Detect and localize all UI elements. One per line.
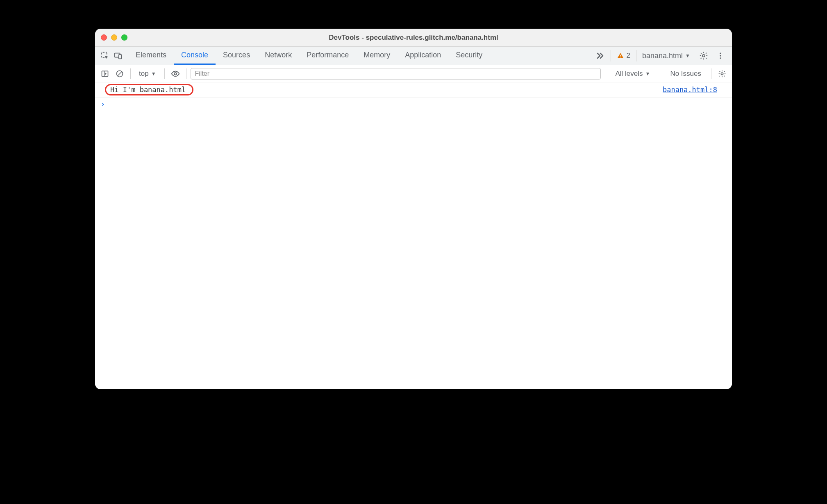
device-toolbar-icon[interactable] <box>111 49 125 62</box>
svg-line-13 <box>118 72 122 76</box>
tab-elements[interactable]: Elements <box>128 47 174 65</box>
separator <box>636 50 636 61</box>
tab-label: Elements <box>136 51 166 59</box>
warnings-badge[interactable]: 2 <box>612 52 635 60</box>
log-source-link[interactable]: banana.html:8 <box>663 86 726 94</box>
traffic-lights <box>101 34 127 41</box>
maximize-window-button[interactable] <box>121 34 127 41</box>
tab-label: Network <box>265 51 292 59</box>
target-selector[interactable]: banana.html ▼ <box>637 52 695 60</box>
tabs-right-group: 2 banana.html ▼ <box>590 47 732 65</box>
devtools-window: DevTools - speculative-rules.glitch.me/b… <box>95 29 732 389</box>
separator <box>130 68 131 79</box>
chevron-down-icon: ▼ <box>645 71 650 77</box>
tab-label: Sources <box>223 51 250 59</box>
tab-label: Memory <box>364 51 390 59</box>
tab-label: Console <box>181 51 208 59</box>
levels-label: All levels <box>615 70 643 78</box>
svg-point-14 <box>174 73 177 75</box>
log-message: Hi I'm banana.html <box>105 84 193 95</box>
close-window-button[interactable] <box>101 34 107 41</box>
separator <box>611 50 611 61</box>
prompt-caret-icon: › <box>101 100 105 108</box>
svg-point-6 <box>720 53 721 54</box>
svg-rect-9 <box>102 71 108 76</box>
tab-label: Performance <box>307 51 349 59</box>
panel-tabs: Elements Console Sources Network Perform… <box>128 47 490 65</box>
tab-label: Application <box>405 51 441 59</box>
separator <box>711 68 711 79</box>
issues-label: No Issues <box>670 70 701 77</box>
svg-rect-3 <box>620 55 621 57</box>
console-prompt[interactable]: › <box>95 98 732 111</box>
inspect-tools <box>95 47 128 65</box>
context-label: top <box>139 70 149 78</box>
svg-point-7 <box>720 55 721 56</box>
separator <box>660 68 660 79</box>
console-messages: Hi I'm banana.html banana.html:8 › <box>95 82 732 389</box>
warnings-count: 2 <box>627 52 630 60</box>
more-tabs-button[interactable] <box>590 51 610 61</box>
tab-security[interactable]: Security <box>448 47 490 65</box>
svg-rect-2 <box>119 54 121 59</box>
more-options-button[interactable] <box>712 52 729 60</box>
tab-performance[interactable]: Performance <box>299 47 356 65</box>
svg-point-15 <box>721 73 723 75</box>
execution-context-selector[interactable]: top ▼ <box>135 70 160 78</box>
chevron-down-icon: ▼ <box>685 53 690 59</box>
console-settings-icon[interactable] <box>716 67 729 80</box>
log-levels-selector[interactable]: All levels ▼ <box>609 70 656 78</box>
tab-label: Security <box>456 51 482 59</box>
tab-application[interactable]: Application <box>398 47 448 65</box>
clear-console-icon[interactable] <box>113 67 126 80</box>
settings-button[interactable] <box>695 51 712 60</box>
svg-rect-4 <box>620 57 621 58</box>
inspect-element-icon[interactable] <box>98 49 111 62</box>
tab-network[interactable]: Network <box>257 47 299 65</box>
tab-console[interactable]: Console <box>174 47 216 65</box>
tab-sources[interactable]: Sources <box>216 47 257 65</box>
svg-marker-11 <box>105 73 107 75</box>
console-toolbar: top ▼ All levels ▼ No Issues <box>95 65 732 82</box>
window-titlebar: DevTools - speculative-rules.glitch.me/b… <box>95 29 732 47</box>
separator <box>164 68 165 79</box>
panel-tabs-bar: Elements Console Sources Network Perform… <box>95 47 732 65</box>
minimize-window-button[interactable] <box>111 34 117 41</box>
svg-point-8 <box>720 57 721 59</box>
console-log-row[interactable]: Hi I'm banana.html banana.html:8 <box>95 82 732 98</box>
separator <box>186 68 186 79</box>
live-expression-icon[interactable] <box>169 67 182 80</box>
toggle-sidebar-icon[interactable] <box>98 67 111 80</box>
warning-icon <box>617 52 624 59</box>
separator <box>605 68 605 79</box>
chevron-down-icon: ▼ <box>151 71 156 77</box>
svg-point-5 <box>702 54 705 57</box>
target-label: banana.html <box>642 52 683 60</box>
issues-button[interactable]: No Issues <box>664 70 707 78</box>
window-title: DevTools - speculative-rules.glitch.me/b… <box>95 34 732 42</box>
filter-input[interactable] <box>191 68 601 79</box>
tab-memory[interactable]: Memory <box>356 47 398 65</box>
